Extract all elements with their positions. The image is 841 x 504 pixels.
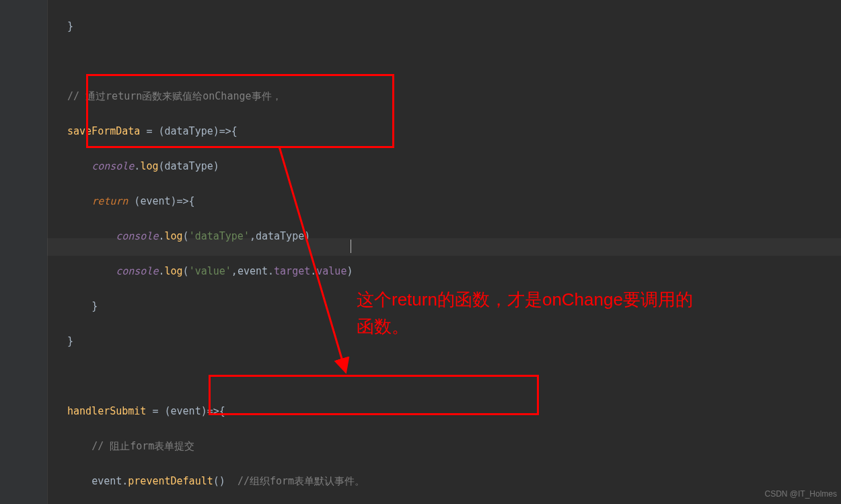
code-area[interactable]: } // 通过return函数来赋值给onChange事件， saveFormD… (67, 0, 834, 504)
gutter (0, 0, 48, 504)
watermark: CSDN @IT_Holmes (764, 485, 837, 503)
annotation-text: 这个return的函数，才是onChange要调用的 函数。 (357, 286, 693, 340)
code-editor: } // 通过return函数来赋值给onChange事件， saveFormD… (0, 0, 841, 504)
text-cursor (351, 240, 351, 253)
